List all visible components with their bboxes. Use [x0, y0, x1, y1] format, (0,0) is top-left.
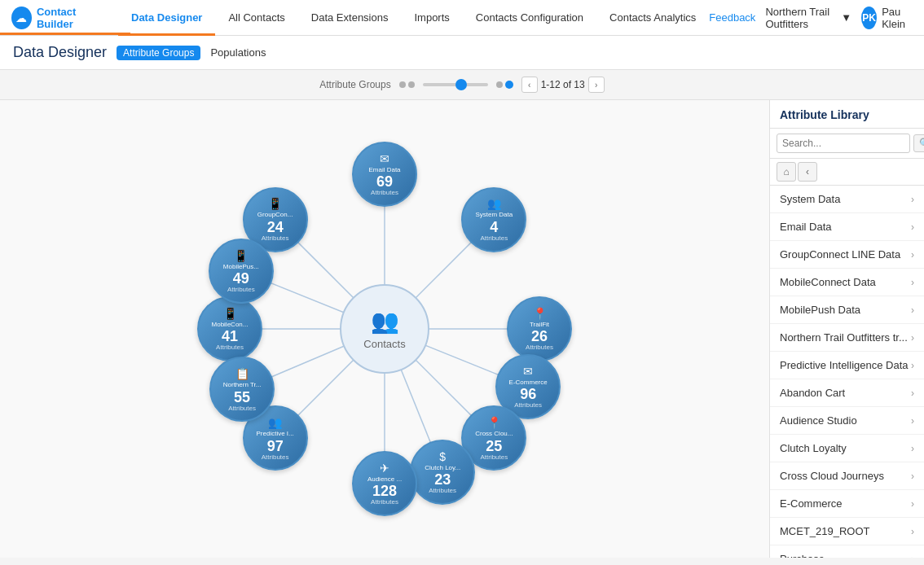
library-item-chevron: ›	[911, 471, 914, 482]
prev-page-btn[interactable]: ‹	[521, 77, 538, 93]
library-item[interactable]: Audience Studio›	[770, 407, 924, 435]
spoke-count: 24	[267, 220, 284, 234]
spoke-count: 25	[486, 439, 502, 453]
library-item[interactable]: MCET_219_ROOT›	[770, 518, 924, 545]
tab-data-extensions[interactable]: Data Extensions	[298, 1, 402, 36]
spoke-icon: 👥	[487, 197, 501, 210]
library-item[interactable]: MobilePush Data›	[770, 296, 924, 324]
app-logo[interactable]: ☁ Contact Builder	[0, 6, 118, 30]
library-item-label: Abandon Cart	[780, 387, 845, 399]
feedback-link[interactable]: Feedback	[709, 11, 755, 24]
spoke-name: TrailFit	[527, 321, 552, 329]
library-item[interactable]: Clutch Loyalty›	[770, 435, 924, 462]
spoke-count: 4	[490, 220, 498, 234]
library-item[interactable]: GroupConnect LINE Data›	[770, 241, 924, 269]
page-info: 1-12 of 13	[541, 79, 585, 90]
page-nav: ‹ 1-12 of 13 ›	[521, 77, 605, 93]
user-name: Pau Klein	[882, 6, 913, 30]
user-avatar: PK	[861, 7, 877, 29]
zoom-thumb[interactable]	[455, 79, 467, 90]
search-input[interactable]	[777, 134, 910, 153]
library-item[interactable]: E-Commerce›	[770, 490, 924, 518]
grid-view-btn[interactable]	[399, 81, 406, 88]
library-item[interactable]: Cross Cloud Journeys›	[770, 462, 924, 490]
library-item-chevron: ›	[911, 277, 914, 288]
library-item-label: GroupConnect LINE Data	[780, 248, 900, 261]
spoke-count: 128	[372, 484, 397, 498]
search-button[interactable]: 🔍	[913, 134, 924, 152]
library-item-label: Cross Cloud Journeys	[780, 470, 884, 482]
list-view-btn[interactable]	[408, 81, 415, 88]
spoke-node-mobileCon[interactable]: 📱 MobileCon... 41 Attributes	[197, 296, 262, 361]
top-nav: ☁ Contact Builder Data Designer All Cont…	[0, 0, 924, 36]
populations-tab[interactable]: Populations	[210, 45, 266, 60]
page-dots	[496, 81, 513, 89]
spoke-count: 26	[531, 329, 548, 344]
next-page-btn[interactable]: ›	[588, 77, 605, 93]
library-item[interactable]: Northern Trail Outfitters tr...›	[770, 324, 924, 352]
library-item-chevron: ›	[911, 332, 914, 344]
tab-contacts-configuration[interactable]: Contacts Configuration	[463, 1, 596, 36]
zoom-slider[interactable]	[423, 83, 488, 86]
library-item-chevron: ›	[911, 388, 914, 399]
spoke-icon: 📋	[235, 367, 249, 380]
spoke-count: 55	[234, 390, 250, 405]
library-item-label: MCET_219_ROOT	[780, 525, 870, 537]
home-nav-btn[interactable]: ⌂	[777, 162, 796, 182]
page-dot-1[interactable]	[496, 81, 503, 88]
spoke-count: 96	[520, 387, 536, 401]
library-item-label: Predictive Intelligence Data	[780, 359, 909, 371]
contacts-icon: 👥	[371, 308, 399, 335]
library-item-label: Audience Studio	[780, 414, 857, 427]
app-logo-text: Contact Builder	[37, 6, 107, 30]
attribute-groups-badge[interactable]: Attribute Groups	[117, 46, 200, 60]
spoke-node-emailData[interactable]: ✉ Email Data 69 Attributes	[352, 142, 417, 207]
page-dot-2[interactable]	[505, 81, 513, 89]
spoke-label: Attributes	[429, 487, 456, 494]
spoke-label: Attributes	[526, 344, 553, 351]
tab-imports[interactable]: Imports	[401, 1, 462, 36]
tab-all-contacts[interactable]: All Contacts	[215, 1, 297, 36]
diagram-area: 👥 Contacts 📱 MobileCon... 41 Attributes …	[0, 100, 769, 558]
tab-data-designer[interactable]: Data Designer	[118, 1, 215, 36]
library-item-chevron: ›	[911, 249, 914, 261]
spoke-node-systemData[interactable]: 👥 System Data 4 Attributes	[461, 187, 526, 252]
spoke-name: E-Commerce	[507, 379, 550, 387]
sub-header: Data Designer Attribute Groups Populatio…	[0, 36, 924, 70]
spoke-label: Attributes	[514, 401, 542, 409]
spoke-name: MobilePus...	[221, 263, 262, 271]
library-item[interactable]: System Data›	[770, 186, 924, 213]
spoke-node-northernTr[interactable]: 📋 Northern Tr... 55 Attributes	[209, 357, 275, 422]
spoke-node-audience[interactable]: ✈ Audience ... 128 Attributes	[352, 451, 417, 516]
library-item[interactable]: MobileConnect Data›	[770, 269, 924, 296]
spoke-node-mobilePush[interactable]: 📱 MobilePus... 49 Attributes	[209, 239, 274, 304]
library-item-label: System Data	[780, 193, 840, 205]
spoke-icon: 📱	[268, 197, 282, 210]
library-item[interactable]: Predictive Intelligence Data›	[770, 352, 924, 379]
spoke-name: Email Data	[366, 166, 403, 174]
library-item[interactable]: Abandon Cart›	[770, 379, 924, 407]
spoke-node-clutchLoy[interactable]: $ Clutch Loy... 23 Attributes	[410, 440, 475, 505]
back-nav-btn[interactable]: ‹	[798, 162, 817, 182]
library-item-chevron: ›	[911, 194, 914, 205]
library-item-chevron: ›	[911, 526, 914, 537]
tab-contacts-analytics[interactable]: Contacts Analytics	[596, 1, 709, 36]
library-item-label: E-Commerce	[780, 497, 843, 510]
library-item[interactable]: Purchase›	[770, 545, 924, 558]
toolbar-dots	[399, 81, 415, 88]
library-item-chevron: ›	[911, 304, 914, 316]
user-menu[interactable]: PK Pau Klein	[861, 6, 913, 30]
center-contacts-node[interactable]: 👥 Contacts	[340, 284, 429, 374]
spoke-icon: $	[439, 450, 446, 463]
spoke-label: Attributes	[262, 453, 289, 461]
spoke-icon: ✉	[380, 152, 389, 165]
org-name: Northern Trail Outfitters	[765, 6, 838, 30]
spoke-label: Attributes	[228, 405, 256, 412]
spoke-icon: 📍	[533, 307, 547, 320]
radial-diagram: 👥 Contacts 📱 MobileCon... 41 Attributes …	[173, 134, 596, 524]
library-item[interactable]: Email Data›	[770, 213, 924, 241]
org-selector[interactable]: Northern Trail Outfitters ▼	[765, 6, 851, 30]
spoke-node-trailFit[interactable]: 📍 TrailFit 26 Attributes	[507, 296, 572, 361]
center-label: Contacts	[363, 338, 405, 350]
spoke-icon: 📍	[487, 416, 501, 429]
